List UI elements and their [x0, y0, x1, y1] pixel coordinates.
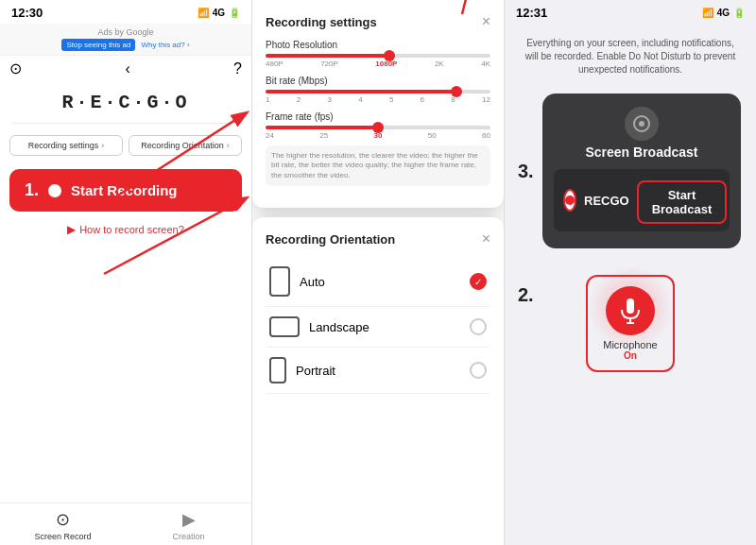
- recording-settings-btn[interactable]: Recording settings ›: [9, 135, 123, 156]
- broadcast-section: 3. Screen Broadcast RECGO: [505, 86, 756, 256]
- stop-seeing-btn[interactable]: Stop seeing this ad: [61, 39, 135, 51]
- orient-landscape-label: Landscape: [309, 320, 369, 334]
- br-5: 5: [389, 95, 393, 104]
- photo-res-label: Photo Resolution: [266, 40, 490, 50]
- youtube-icon: ▶: [67, 223, 76, 236]
- settings-arrow-icon: ›: [101, 141, 104, 150]
- resolution-slider[interactable]: [266, 54, 490, 58]
- orient-auto-icon: [269, 266, 290, 297]
- res-720: 720P: [320, 60, 338, 68]
- start-broadcast-btn[interactable]: Start Broadcast: [637, 180, 728, 224]
- orient-landscape-row: Landscape: [269, 316, 369, 337]
- mic-label: Microphone: [603, 339, 657, 350]
- microphone-btn[interactable]: [606, 286, 655, 335]
- framerate-section: Frame rate (fps) 24 25 30 50 60: [266, 111, 490, 140]
- location-icon: ⊙: [9, 60, 22, 77]
- br-4: 4: [358, 95, 362, 104]
- framerate-label: Frame rate (fps): [266, 111, 490, 122]
- settings-modal-title: Recording settings: [266, 15, 377, 29]
- res-4k: 4K: [481, 60, 490, 68]
- nav-creation[interactable]: ▶ Creation: [126, 509, 251, 541]
- mic-status: On: [624, 350, 637, 361]
- signal-icon-3: 📶: [702, 8, 713, 18]
- orient-portrait-option[interactable]: Portrait: [266, 348, 490, 394]
- broadcast-icon: [625, 107, 659, 141]
- creation-icon: ▶: [182, 509, 196, 530]
- orient-portrait-radio[interactable]: [470, 362, 487, 379]
- res-2k: 2K: [435, 60, 444, 68]
- svg-rect-5: [270, 317, 299, 336]
- fps-24: 24: [266, 131, 274, 140]
- recording-settings-label: Recording settings: [28, 141, 99, 150]
- bitrate-label: Bit rate (Mbps): [266, 76, 490, 86]
- how-to-text: How to record screen?: [79, 224, 184, 235]
- battery-icon-1: 🔋: [229, 8, 240, 18]
- svg-rect-4: [270, 267, 289, 296]
- why-ad-link[interactable]: Why this ad? ›: [141, 41, 189, 49]
- top-icons-row: ⊙ ‹ ?: [0, 56, 251, 81]
- nav-screen-record[interactable]: ⊙ Screen Record: [0, 509, 126, 541]
- orient-landscape-option[interactable]: Landscape: [266, 307, 490, 348]
- orient-landscape-radio[interactable]: [470, 318, 487, 335]
- orientation-modal-title: Recording Orientation: [266, 232, 395, 247]
- broadcast-box: Screen Broadcast RECGO Start Broadcast: [542, 94, 741, 248]
- start-recording-btn[interactable]: 1. Start Recording: [9, 169, 242, 212]
- panel-main: 12:30 📶 4G 🔋 Ads by Google Stop seeing t…: [0, 0, 252, 545]
- recgo-option[interactable]: RECGO Start Broadcast: [554, 169, 730, 231]
- network-3: 4G: [717, 8, 730, 18]
- br-1: 1: [266, 95, 269, 104]
- br-3: 3: [327, 95, 331, 104]
- broadcast-circle-icon: [632, 114, 651, 133]
- orient-auto-option[interactable]: Auto ✓: [266, 257, 490, 307]
- orient-portrait-row: Portrait: [269, 357, 335, 383]
- recgo-icon-inner: [565, 196, 575, 205]
- arrow-up-svg: [443, 0, 481, 19]
- orient-landscape-icon: [269, 316, 300, 337]
- settings-note: The higher the resolution, the clearer t…: [266, 145, 490, 186]
- orient-portrait-icon: [269, 357, 286, 383]
- how-to-link[interactable]: ▶ How to record screen?: [0, 219, 251, 240]
- screen-broadcast-title: Screen Broadcast: [585, 145, 697, 160]
- screen-record-icon: ⊙: [56, 509, 70, 530]
- recgo-label: RECGO: [584, 194, 629, 208]
- resolution-labels: 480P 720P 1080P 2K 4K: [266, 60, 490, 68]
- step-1-label: 1.: [25, 180, 39, 200]
- battery-icon-3: 🔋: [733, 8, 745, 18]
- fps-25: 25: [319, 131, 328, 140]
- panel-broadcast: 12:31 📶 4G 🔋 Everything on your screen, …: [505, 0, 756, 545]
- start-recording-label: Start Recording: [71, 182, 178, 198]
- fps-50: 50: [428, 131, 437, 140]
- logo-text: R·E·C·G·O: [61, 92, 189, 113]
- settings-modal-close-btn[interactable]: ×: [482, 13, 490, 30]
- question-icon[interactable]: ?: [233, 60, 242, 77]
- status-bar-3: 12:31 📶 4G 🔋: [505, 0, 756, 24]
- recording-orientation-btn[interactable]: Recording Orientation ›: [129, 135, 242, 156]
- framerate-slider[interactable]: [266, 126, 490, 129]
- mic-area: Microphone On: [586, 275, 674, 372]
- svg-rect-9: [627, 298, 634, 314]
- orientation-arrow-icon: ›: [227, 141, 230, 150]
- panel-settings: Recording settings × Photo Resolution 48…: [252, 0, 505, 545]
- fps-60: 60: [482, 131, 490, 140]
- bitrate-slider[interactable]: [266, 90, 490, 94]
- recording-settings-modal: Recording settings × Photo Resolution 48…: [252, 0, 504, 208]
- orient-portrait-label: Portrait: [296, 364, 335, 378]
- recgo-icon: [563, 189, 576, 212]
- orient-auto-label: Auto: [300, 275, 325, 289]
- signal-icon-1: 📶: [198, 8, 209, 18]
- status-icons-3: 📶 4G 🔋: [702, 8, 745, 18]
- orient-auto-row: Auto: [269, 266, 325, 297]
- back-icon[interactable]: ‹: [125, 60, 129, 77]
- broadcast-note: Everything on your screen, including not…: [505, 24, 756, 86]
- orientation-modal-close-btn[interactable]: ×: [482, 230, 490, 247]
- step-2-label: 2.: [518, 284, 534, 306]
- orient-auto-radio[interactable]: ✓: [470, 273, 487, 290]
- orientation-modal-header: Recording Orientation ×: [266, 230, 490, 247]
- br-12: 12: [482, 95, 490, 104]
- recording-options-row: Recording settings › Recording Orientati…: [0, 129, 251, 162]
- bottom-nav: ⊙ Screen Record ▶ Creation: [0, 502, 251, 545]
- nav-creation-label: Creation: [172, 532, 204, 541]
- svg-rect-6: [270, 358, 285, 383]
- bitrate-section: Bit rate (Mbps) 1 2 3 4 5 6 8 12: [266, 76, 490, 104]
- divider: [11, 123, 240, 124]
